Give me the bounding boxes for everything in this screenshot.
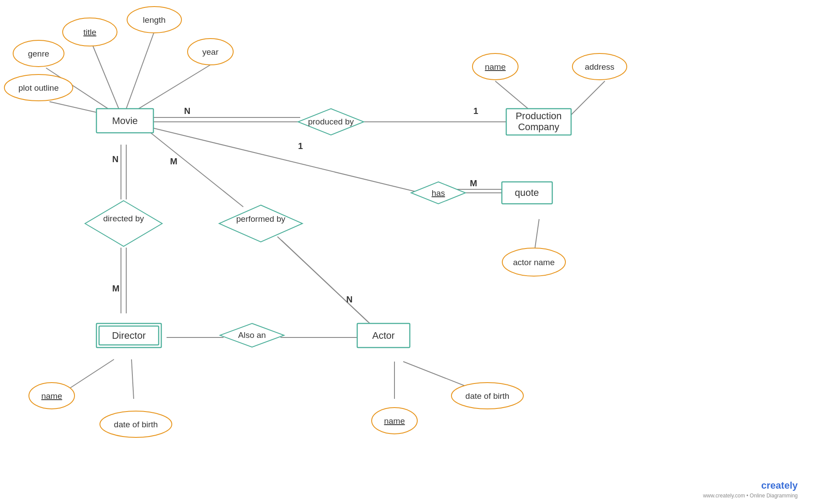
directed-by-label-1: directed by [103, 214, 144, 223]
length-text: length [143, 15, 166, 25]
line-movie-performedby [149, 131, 243, 207]
performed-by-label: performed by [236, 214, 285, 224]
attr-year: year [188, 39, 233, 65]
attr-actor-name: actor name [502, 248, 565, 276]
line-performedby-actor-2 [277, 237, 368, 322]
cardinality-1-pc-produced: 1 [473, 106, 478, 116]
attr-director-dob: date of birth [100, 411, 172, 437]
directed-by-diamond [85, 201, 162, 246]
attr-director-name: name [29, 383, 75, 409]
pc-name-text: name [485, 62, 506, 71]
line-actor-dob [403, 362, 473, 389]
attr-title: title [63, 18, 117, 46]
entity-quote: quote [502, 182, 552, 204]
actor-label: Actor [372, 330, 394, 341]
pc-label-1: Production [515, 110, 561, 121]
cardinality-m-quote-has: M [470, 178, 477, 188]
cardinality-m-director-directed: M [112, 284, 120, 293]
genre-text: genre [28, 49, 50, 58]
actor-dob-text: date of birth [465, 391, 509, 401]
cardinality-n-movie-produced: N [184, 106, 190, 116]
has-label: has [432, 188, 445, 198]
quote-label: quote [515, 187, 539, 198]
line-pc-address [570, 81, 605, 116]
produced-by-label: produced by [308, 117, 354, 126]
attr-pc-address: address [572, 53, 627, 80]
er-diagram: Movie Production Company Director Actor … [0, 0, 824, 504]
also-an-label: Also an [238, 330, 266, 340]
attr-length: length [127, 7, 181, 33]
attr-plot-outline: plot outline [4, 75, 73, 101]
entity-movie: Movie [96, 109, 153, 133]
attr-actor-dob: date of birth [451, 383, 523, 409]
entity-production-company: Production Company [506, 109, 571, 135]
relation-performed-by: performed by [219, 205, 302, 242]
creately-brand: creately [761, 480, 798, 491]
relation-also-an: Also an [220, 323, 284, 347]
performed-by-diamond [219, 205, 302, 242]
attr-pc-name: name [472, 53, 518, 80]
actor-name-bottom-text: name [384, 416, 405, 426]
actor-name-text: actor name [513, 258, 554, 267]
director-label: Director [112, 330, 146, 341]
director-dob-text: date of birth [114, 420, 158, 429]
year-text: year [202, 47, 219, 57]
entity-director: Director [96, 323, 161, 348]
cardinality-m-movie-performed: M [170, 156, 178, 166]
pc-address-text: address [585, 62, 614, 71]
plot-outline-text: plot outline [18, 83, 59, 92]
line-director-name [64, 359, 114, 392]
attr-genre: genre [13, 40, 64, 67]
pc-label-2: Company [518, 121, 559, 132]
title-text: title [83, 28, 96, 37]
movie-label: Movie [112, 115, 138, 126]
line-quote-actorname [535, 219, 539, 250]
relation-has: has [411, 182, 465, 204]
relation-produced-by: produced by [298, 109, 364, 135]
line-movie-title [92, 44, 123, 118]
creately-url: www.creately.com • Online Diagramming [703, 493, 798, 499]
entity-actor: Actor [357, 323, 410, 348]
attr-actor-name-bottom: name [372, 408, 417, 434]
director-name-text: name [41, 391, 62, 401]
cardinality-n-movie-directed: N [112, 154, 118, 164]
cardinality-n-actor-performed: N [346, 295, 352, 304]
line-movie-has [149, 127, 421, 193]
cardinality-1-movie-has: 1 [298, 141, 303, 151]
relation-directed-by: directed by [85, 201, 162, 246]
line-movie-length [123, 32, 154, 118]
line-director-dob [131, 359, 134, 399]
